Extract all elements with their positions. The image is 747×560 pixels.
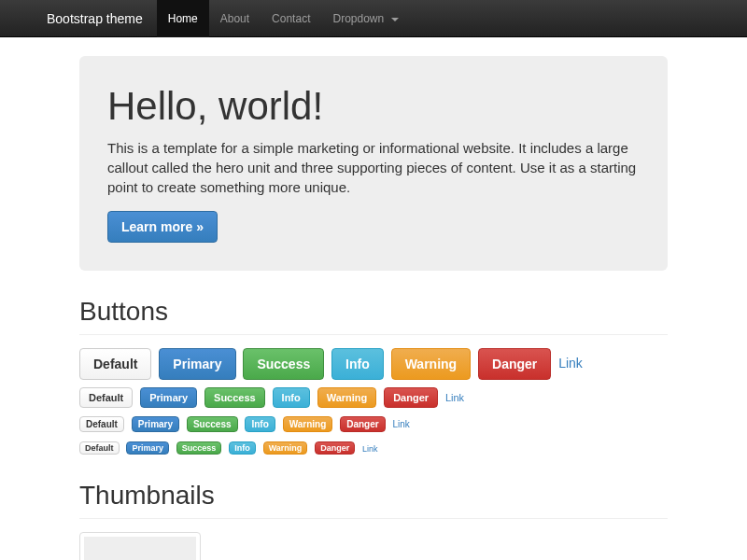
link-button[interactable]: Link: [393, 419, 410, 429]
nav-about[interactable]: About: [209, 0, 261, 37]
warning-button[interactable]: Warning: [263, 441, 308, 455]
nav-home[interactable]: Home: [157, 0, 209, 37]
success-button[interactable]: Success: [243, 348, 324, 380]
buttons-heading: Buttons: [79, 297, 668, 327]
navbar: Bootstrap theme Home About Contact Dropd…: [0, 0, 747, 37]
primary-button[interactable]: Primary: [132, 416, 179, 432]
primary-button[interactable]: Primary: [140, 387, 197, 408]
info-button[interactable]: Info: [273, 387, 310, 408]
thumbnail-placeholder: 200x200: [84, 537, 196, 560]
warning-button[interactable]: Warning: [317, 387, 377, 408]
hero-text: This is a template for a simple marketin…: [107, 138, 640, 197]
default-button[interactable]: Default: [79, 416, 124, 432]
success-button[interactable]: Success: [176, 441, 222, 455]
info-button[interactable]: Info: [229, 441, 256, 455]
nav-contact[interactable]: Contact: [261, 0, 321, 37]
link-button[interactable]: Link: [445, 392, 464, 403]
link-button[interactable]: Link: [558, 356, 583, 371]
danger-button[interactable]: Danger: [340, 416, 385, 432]
primary-button[interactable]: Primary: [126, 441, 169, 455]
learn-more-button[interactable]: Learn more »: [107, 211, 218, 243]
default-button[interactable]: Default: [79, 387, 133, 408]
danger-button[interactable]: Danger: [384, 387, 438, 408]
jumbotron: Hello, world! This is a template for a s…: [79, 56, 668, 271]
success-button[interactable]: Success: [187, 416, 238, 432]
warning-button[interactable]: Warning: [283, 416, 333, 432]
brand[interactable]: Bootstrap theme: [33, 0, 157, 37]
danger-button[interactable]: Danger: [478, 348, 551, 380]
thumbnails-heading: Thumbnails: [79, 481, 668, 511]
default-button[interactable]: Default: [79, 441, 120, 455]
info-button[interactable]: Info: [245, 416, 275, 432]
success-button[interactable]: Success: [204, 387, 265, 408]
default-button[interactable]: Default: [79, 348, 151, 380]
button-row-xxs: Default Primary Success Info Warning Dan…: [79, 440, 668, 455]
hero-title: Hello, world!: [107, 84, 640, 129]
divider: [79, 334, 668, 335]
nav-dropdown-label: Dropdown: [332, 12, 384, 25]
divider: [79, 518, 668, 519]
button-row-sm: Default Primary Success Info Warning Dan…: [79, 387, 668, 408]
link-button[interactable]: Link: [362, 444, 378, 454]
warning-button[interactable]: Warning: [391, 348, 471, 380]
danger-button[interactable]: Danger: [315, 441, 355, 455]
nav-dropdown[interactable]: Dropdown: [321, 0, 409, 37]
info-button[interactable]: Info: [331, 348, 384, 380]
thumbnail[interactable]: 200x200: [79, 532, 201, 560]
primary-button[interactable]: Primary: [159, 348, 235, 380]
button-row-xs: Default Primary Success Info Warning Dan…: [79, 415, 668, 432]
chevron-down-icon: [391, 18, 399, 21]
button-row-lg: Default Primary Success Info Warning Dan…: [79, 348, 668, 380]
